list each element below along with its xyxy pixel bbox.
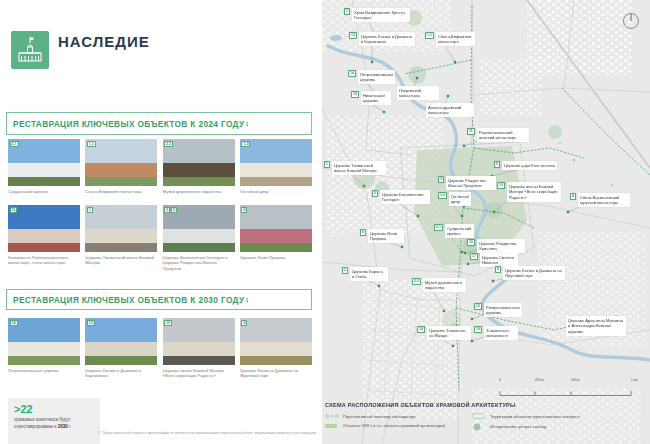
scale-labels: 0250 м500 м1 км xyxy=(499,378,639,383)
map-object-badge: 14 xyxy=(348,70,356,77)
map-object-label: 1.2Гостиный двор xyxy=(438,192,470,206)
photo-caption: Церковь Космы и Дамиана на Яруновой горе xyxy=(240,368,312,379)
stat-value: >22 xyxy=(14,403,100,415)
map-object-name: Музей деревянного зодчества xyxy=(423,278,466,292)
legend-item: Исторические центры слобод xyxy=(472,423,546,431)
photo-caption: Церковь Богоявления Господня и Церковь Р… xyxy=(163,255,235,272)
map-object-name: Церковь Космы и Дамиана в Коровниках xyxy=(359,32,415,46)
church-photo: 1.1 xyxy=(85,139,157,186)
photo-card: 1Церковь Тихвинской иконы Божией Матери xyxy=(85,205,157,271)
outline-swatch-symbol xyxy=(472,413,486,419)
map-object-name: Церковь Рождества Иоанна Предтечи xyxy=(446,176,496,190)
photo-badge: 6 xyxy=(241,207,247,214)
map-object-label: 6Церковь Илии Пророка xyxy=(360,229,404,243)
stat-line2: отреставрированы к xyxy=(14,424,56,429)
scale-label: 0 xyxy=(499,378,501,382)
photo-badge: 1 xyxy=(87,207,93,214)
map-object-badge: 16 xyxy=(467,239,475,246)
church-photo: 2.1 xyxy=(8,139,80,186)
church-photo: 10 xyxy=(163,318,235,365)
footnote-mark: 1 xyxy=(245,121,248,127)
photo-badge: 10 xyxy=(164,320,172,327)
compass-icon xyxy=(621,11,641,35)
photo-caption: Церковь Илии Пророка xyxy=(240,255,312,261)
photo-card: 2.2Музей деревянного зодчества xyxy=(163,139,235,205)
map-object-name: Свято-Васильевский мужской монастырь xyxy=(578,193,630,207)
church-photo: 11 xyxy=(8,205,80,252)
map-object-badge: 1 xyxy=(324,161,330,168)
brand-logo xyxy=(11,31,49,69)
section-header-2030-label: РЕСТАВРАЦИЯ КЛЮЧЕВЫХ ОБЪЕКТОВ К 2030 ГОД… xyxy=(13,295,244,305)
church-photo: 1.2 xyxy=(240,139,312,186)
photo-badge: 8 xyxy=(241,320,247,327)
photo-card: 6Церковь Илии Пророка xyxy=(240,205,312,271)
map-object-name: Ризоположенский женский монастырь xyxy=(477,128,529,142)
green-swatch-symbol xyxy=(325,423,339,429)
map-scale-bar: 0250 м500 м1 км xyxy=(499,378,639,401)
map-object-badge: 15 xyxy=(351,91,359,98)
map-object-label: 5Церковь Богоявления Господня xyxy=(372,190,430,204)
map-object-name: Никольская церковь xyxy=(361,91,391,105)
church-photo: 8 xyxy=(240,318,312,365)
scale-label: 1 км xyxy=(631,378,637,382)
scale-label: 250 м xyxy=(535,378,544,382)
map-object-label: 13Церковь Космы и Дамиана в Коровниках xyxy=(349,32,415,46)
map-object-name: Петропавловская церковь xyxy=(358,70,395,84)
map-object-label: Покровский монастырь xyxy=(397,86,439,100)
church-photo: 2.2 xyxy=(163,139,235,186)
map-object-label: 14Петропавловская церковь xyxy=(348,70,392,84)
photo-card: 35Церковь Богоявления Господня и Церковь… xyxy=(163,205,235,271)
left-panel: НАСЛЕДИЕ РЕСТАВРАЦИЯ КЛЮЧЕВЫХ ОБЪЕКТОВ К… xyxy=(0,0,322,444)
photo-badge: 13 xyxy=(87,320,95,327)
map-object-badge: 8 xyxy=(495,266,501,273)
section-header-2024: РЕСТАВРАЦИЯ КЛЮЧЕВЫХ ОБЪЕКТОВ К 2024 ГОД… xyxy=(6,112,312,135)
photo-card: 2.1Суздальский кремль xyxy=(8,139,80,205)
map-object-badge: 5 xyxy=(372,190,378,197)
scale-label: 500 м xyxy=(571,378,580,382)
map-object-name: Церковь Знамения на Мжаре xyxy=(427,326,471,340)
map-object-label: 4Свято-Васильевский мужской монастырь xyxy=(570,193,630,207)
map-object-label: Церковь Архангела Михаила и Александро-Н… xyxy=(566,316,626,336)
map-object-label: 12Ризоположенская церковь xyxy=(474,303,522,317)
photo-caption: Петропавловская церковь xyxy=(8,368,80,374)
photo-card: 11Колокольня Ризоположенского монастыря,… xyxy=(8,205,80,271)
map-object-name: Церковь Святого Николая xyxy=(480,253,518,267)
photo-card: 1.1Спасо-Евфимиев монастырь xyxy=(85,139,157,205)
footnote-text: 1. Представленный перечень фотографий не… xyxy=(98,431,320,435)
map-object-label: 18Церковь Знамения на Мжаре xyxy=(417,326,471,340)
map-object-label: 19Знаменская колокольня xyxy=(474,326,518,340)
map-object-name: Церковь Бориса и Глеба xyxy=(350,267,388,281)
kremlin-building-icon xyxy=(15,35,45,65)
map-panel: 7Храм Воздвижения Креста Господня13Церко… xyxy=(322,0,650,444)
map-object-name: Храм Воздвижения Креста Господня xyxy=(352,8,410,22)
photo-card: 10Церковь иконы Божией Матери «Всех скор… xyxy=(163,318,235,384)
photo-badge: 35 xyxy=(164,207,177,214)
map-object-name: Церковь Илии Пророка xyxy=(368,229,404,243)
map-object-label: 15Никольская церковь xyxy=(351,91,391,105)
map-object-name: Церковь иконы Божией Матери «Всех скорбя… xyxy=(507,182,561,202)
map-object-label: 16Церковь Рождества Христова xyxy=(467,239,525,253)
legend-item-label: Объекты ОКН ( в т.ч. объекты храмовой ар… xyxy=(343,423,445,428)
legend-item-label: Исторические центры слобод xyxy=(490,424,546,429)
map-object-name: Гостиный двор xyxy=(449,192,471,206)
map-object-badge: 17 xyxy=(470,253,478,260)
legend-item: Перспективный пешеходный маршрут xyxy=(325,413,416,419)
map-object-badge: 10 xyxy=(497,182,505,189)
photo-caption: Музей деревянного зодчества xyxy=(163,189,235,195)
photo-badge: 2.2 xyxy=(164,141,173,148)
photo-badge: 14 xyxy=(10,320,18,327)
photo-card: 13Церковь Космы и Дамиана в Коровниках xyxy=(85,318,157,384)
map-object-badge: 1.1 xyxy=(425,32,434,39)
photo-card: 1.2Гостиный двор xyxy=(240,139,312,205)
section-header-2024-label: РЕСТАВРАЦИЯ КЛЮЧЕВЫХ ОБЪЕКТОВ К 2024 ГОД… xyxy=(13,119,244,129)
photo-caption: Суздальский кремль xyxy=(8,189,80,195)
stat-suffix: г. xyxy=(69,424,71,429)
map-object-badge: 2.2 xyxy=(412,278,421,285)
section-header-2030: РЕСТАВРАЦИЯ КЛЮЧЕВЫХ ОБЪЕКТОВ К 2030 ГОД… xyxy=(6,289,312,310)
photo-badge: 1.2 xyxy=(241,141,250,148)
map-object-name: Спасо-Евфимиев монастырь xyxy=(436,32,475,46)
map-object-label: 8Церковь Космы и Дамиана на Яруновой гор… xyxy=(495,266,565,280)
map-object-name: Церковь Богоявления Господня xyxy=(380,190,430,204)
map-object-badge: 2 xyxy=(342,267,348,274)
photo-badge: 11 xyxy=(10,207,18,214)
